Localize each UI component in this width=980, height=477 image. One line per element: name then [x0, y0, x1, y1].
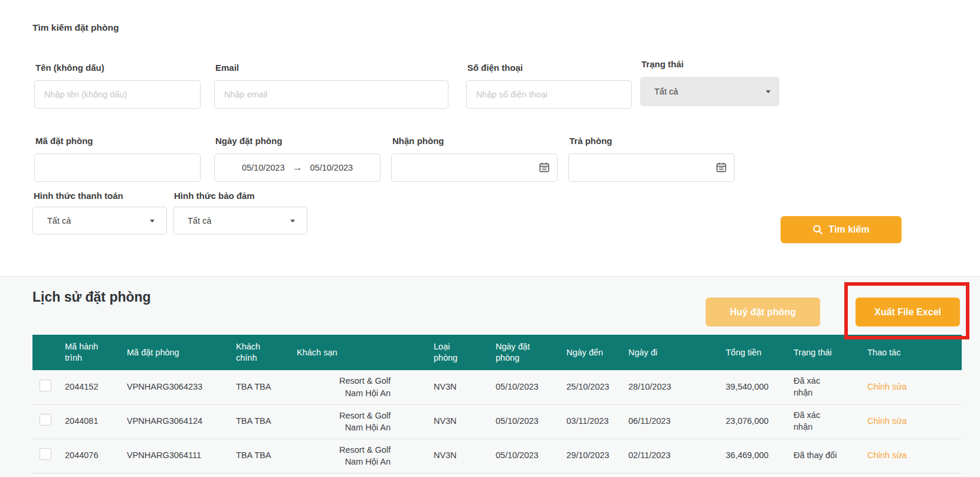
phone-input[interactable]: [466, 80, 632, 109]
cell-total-amount: 36,469,000: [720, 439, 788, 473]
chevron-down-icon: [150, 220, 155, 223]
cell-itinerary-code: 2044081: [59, 404, 121, 439]
search-button[interactable]: Tìm kiếm: [781, 216, 902, 243]
cell-main-guest: TBA TBA: [230, 404, 286, 439]
export-excel-button-label: Xuất File Excel: [874, 307, 941, 318]
edit-link[interactable]: Chỉnh sửa: [867, 416, 907, 426]
edit-link[interactable]: Chỉnh sửa: [867, 450, 907, 460]
search-icon: [812, 224, 823, 235]
guarantee-method-select[interactable]: Tất cả: [173, 207, 307, 234]
cell-departure-date: 02/11/2023: [622, 439, 720, 473]
cell-booking-code: VPNHARG3064233: [121, 370, 230, 404]
cell-itinerary-code: 2044152: [59, 370, 121, 404]
cell-room-type: NV3N: [428, 439, 490, 473]
booking-history-table: Mã hành trình Mã đặt phòng Khách chính K…: [32, 335, 962, 473]
header-room-type: Loại phòng: [428, 335, 490, 370]
cell-room-type: NV3N: [428, 404, 490, 439]
cell-itinerary-code: 2044076: [59, 439, 121, 473]
calendar-icon[interactable]: [539, 162, 549, 175]
name-input[interactable]: [34, 80, 201, 109]
checkin-label: Nhận phòng: [392, 136, 444, 146]
table-row: 2044152 VPNHARG3064233 TBA TBA Resort & …: [32, 370, 962, 404]
name-label: Tên (không dấu): [35, 63, 104, 73]
cell-total-amount: 23,076,000: [720, 404, 788, 439]
cell-status: Đã xác nhận: [788, 370, 861, 404]
table-row: 2044081 VPNHARG3064124 TBA TBA Resort & …: [32, 404, 962, 439]
header-booking-date: Ngày đặt phòng: [490, 335, 561, 370]
status-select[interactable]: Tất cả: [640, 77, 779, 106]
checkout-input[interactable]: [568, 153, 735, 182]
arrow-right-icon: →: [293, 162, 303, 174]
booking-code-label: Mã đặt phòng: [35, 136, 93, 146]
status-label: Trạng thái: [641, 59, 684, 69]
guarantee-method-value: Tất cả: [188, 216, 211, 226]
cell-arrival-date: 25/10/2023: [561, 370, 622, 404]
cell-booking-date: 05/10/2023: [490, 439, 561, 473]
cell-departure-date: 06/11/2023: [622, 404, 720, 439]
cell-status: Đã xác nhận: [788, 404, 861, 439]
cancel-booking-button-label: Huỷ đặt phòng: [730, 307, 796, 318]
phone-label: Số điện thoại: [467, 63, 523, 73]
payment-method-select[interactable]: Tất cả: [32, 207, 167, 234]
search-button-label: Tìm kiếm: [828, 224, 869, 235]
payment-method-label: Hình thức thanh toán: [34, 191, 123, 201]
cell-total-amount: 39,540,000: [720, 370, 788, 404]
chevron-down-icon: [290, 220, 295, 223]
booking-date-from: 05/10/2023: [242, 163, 285, 172]
header-itinerary-code: Mã hành trình: [59, 335, 121, 370]
header-main-guest: Khách chính: [230, 335, 286, 370]
email-label: Email: [215, 63, 239, 73]
booking-date-label: Ngày đặt phòng: [215, 136, 282, 146]
cell-main-guest: TBA TBA: [230, 439, 286, 473]
cell-booking-code: VPNHARG3064124: [121, 404, 230, 439]
export-excel-button[interactable]: Xuất File Excel: [856, 298, 960, 326]
cell-booking-date: 05/10/2023: [490, 404, 561, 439]
cell-status: Đã thay đổi: [788, 439, 861, 473]
booking-code-input[interactable]: [34, 153, 201, 182]
payment-method-value: Tất cả: [47, 216, 71, 226]
edit-link[interactable]: Chỉnh sửa: [867, 382, 907, 391]
status-select-value: Tất cả: [654, 87, 678, 96]
cell-main-guest: TBA TBA: [230, 370, 286, 404]
search-section-title: Tìm kiếm đặt phòng: [32, 22, 119, 33]
cell-hotel: Resort & Golf Nam Hội An: [286, 404, 428, 439]
calendar-icon[interactable]: [716, 162, 726, 175]
header-total-amount: Tổng tiền: [720, 335, 788, 370]
header-booking-code: Mã đặt phòng: [121, 335, 230, 370]
cancel-booking-button[interactable]: Huỷ đặt phòng: [706, 298, 820, 326]
cell-departure-date: 28/10/2023: [622, 370, 720, 404]
header-checkbox-column: [32, 335, 59, 370]
chevron-down-icon: [766, 90, 771, 93]
cell-arrival-date: 29/10/2023: [561, 439, 622, 473]
checkout-label: Trả phòng: [569, 136, 612, 146]
header-arrival-date: Ngày đến: [561, 335, 622, 370]
cell-booking-code: VPNHARG3064111: [121, 439, 230, 473]
row-checkbox[interactable]: [40, 448, 51, 460]
booking-date-to: 05/10/2023: [310, 163, 353, 172]
checkin-input[interactable]: [391, 153, 558, 182]
header-status: Trạng thái: [788, 335, 861, 370]
cell-arrival-date: 03/11/2023: [561, 404, 622, 439]
cell-room-type: NV3N: [428, 370, 490, 404]
header-hotel: Khách sạn: [286, 335, 428, 370]
table-header-row: Mã hành trình Mã đặt phòng Khách chính K…: [32, 335, 962, 370]
cell-hotel: Resort & Golf Nam Hội An: [286, 370, 428, 404]
cell-booking-date: 05/10/2023: [490, 370, 561, 404]
row-checkbox[interactable]: [40, 380, 51, 391]
header-actions: Thao tác: [861, 335, 962, 370]
email-input[interactable]: [214, 80, 448, 109]
cell-hotel: Resort & Golf Nam Hội An: [286, 439, 428, 473]
booking-date-range-input[interactable]: 05/10/2023 → 05/10/2023: [214, 153, 381, 182]
header-departure-date: Ngày đi: [622, 335, 720, 370]
guarantee-method-label: Hình thức bảo đảm: [174, 191, 255, 201]
history-section-title: Lịch sử đặt phòng: [32, 289, 151, 305]
row-checkbox[interactable]: [40, 414, 51, 426]
table-row: 2044076 VPNHARG3064111 TBA TBA Resort & …: [32, 439, 962, 473]
